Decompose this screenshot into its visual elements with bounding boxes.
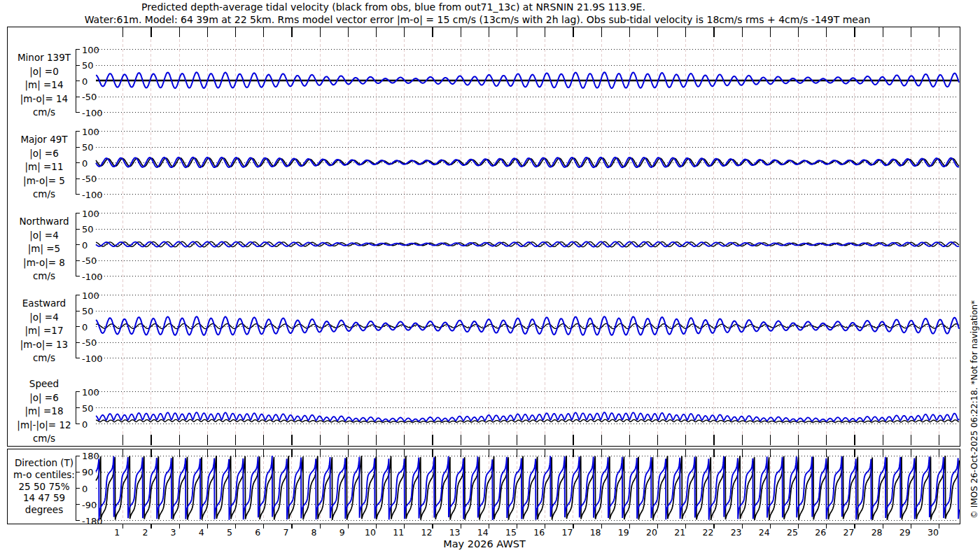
- y-tick-label: 0: [82, 419, 88, 429]
- day-label: 23: [727, 527, 746, 538]
- h-gridline: [96, 342, 958, 343]
- panel-label-east: |m| =17: [3, 325, 85, 336]
- x-tick-bottom: [629, 435, 630, 445]
- x-tick-top: [235, 27, 236, 37]
- day-label: 12: [416, 527, 436, 538]
- x-tick-top: [320, 27, 321, 37]
- x-tick-bottom: [404, 435, 405, 445]
- h-gridline: [96, 488, 958, 489]
- x-tick-top: [545, 27, 545, 37]
- x-tick-top: [685, 27, 686, 37]
- velocity-panels-box: [7, 27, 960, 447]
- y-tick: [76, 49, 80, 50]
- day-label: 15: [501, 527, 521, 538]
- day-label: 6: [248, 527, 267, 538]
- panel-label-north: |o| =4: [3, 230, 85, 241]
- panel-label-minor: |m| =14: [3, 79, 85, 90]
- day-label: 5: [220, 527, 239, 538]
- x-tick-top: [713, 27, 714, 37]
- x-tick-top: [854, 27, 855, 37]
- day-gridline: [461, 29, 461, 443]
- y-tick-label: -50: [82, 92, 97, 102]
- panel-label-east: |m-o|= 13: [3, 339, 85, 350]
- x-tick-top: [263, 27, 264, 37]
- x-tick-bottom: [545, 435, 545, 445]
- h-gridline: [96, 131, 958, 132]
- day-gridline: [263, 29, 264, 443]
- y-tick: [76, 311, 80, 312]
- y-tick: [76, 112, 80, 113]
- day-gridline: [573, 451, 573, 521]
- day-label: 28: [867, 527, 887, 538]
- y-tick-label: -90: [82, 499, 97, 510]
- day-gridline: [939, 29, 939, 443]
- day-label: 27: [839, 527, 858, 538]
- day-gridline: [376, 451, 377, 521]
- x-tick-top: [432, 27, 433, 37]
- x-tick-bottom: [348, 435, 349, 445]
- day-label: 13: [445, 527, 465, 538]
- x-tick-top: [657, 27, 658, 37]
- y-tick-label: 0: [82, 239, 88, 250]
- panel-label-speed: |o| =6: [3, 392, 85, 403]
- day-gridline: [629, 29, 630, 443]
- day-label: 9: [332, 527, 352, 538]
- day-gridline: [235, 451, 236, 521]
- x-tick-bottom: [939, 435, 939, 445]
- panel-label-minor: cm/s: [3, 106, 85, 118]
- x-tick-bottom: [911, 435, 911, 445]
- panel-label-north: Northward: [3, 216, 85, 227]
- day-gridline: [742, 451, 743, 521]
- day-gridline: [461, 451, 461, 521]
- x-tick-top: [911, 27, 911, 37]
- day-gridline: [489, 451, 489, 521]
- y-tick: [76, 520, 80, 521]
- day-gridline: [263, 451, 264, 521]
- day-label: 10: [360, 527, 380, 538]
- y-tick: [76, 456, 80, 456]
- h-gridline: [96, 391, 958, 392]
- day-gridline: [883, 451, 883, 521]
- y-tick-label: 0: [82, 158, 88, 168]
- h-gridline: [96, 358, 958, 358]
- y-tick: [76, 178, 80, 179]
- x-tick-top: [573, 27, 573, 37]
- day-label: 3: [164, 527, 183, 538]
- y-tick: [76, 260, 80, 261]
- day-gridline: [291, 29, 292, 443]
- y-tick-label: -50: [82, 337, 97, 348]
- x-tick-bottom: [517, 435, 517, 445]
- day-gridline: [854, 451, 855, 521]
- h-gridline: [96, 326, 958, 327]
- imos-watermark: © IMOS 26-Oct-2025 06:22:18. *Not for na…: [969, 300, 979, 519]
- x-tick-bottom: [376, 435, 377, 445]
- y-tick: [76, 295, 80, 295]
- x-tick-bottom: [657, 435, 658, 445]
- y-tick: [76, 488, 80, 489]
- h-gridline: [96, 80, 958, 81]
- day-gridline: [432, 29, 433, 443]
- day-label: 7: [276, 527, 295, 538]
- y-tick: [76, 97, 80, 97]
- direction-panel-box: [7, 449, 960, 524]
- h-gridline: [96, 520, 958, 521]
- x-tick-bottom: [685, 435, 686, 445]
- y-tick: [76, 504, 80, 505]
- y-tick: [76, 229, 80, 230]
- panel-label-east: Eastward: [3, 298, 85, 309]
- day-gridline: [685, 451, 686, 521]
- day-label: 11: [388, 527, 408, 538]
- panel-label-minor: Minor 139T: [3, 52, 85, 63]
- y-tick-label: 50: [82, 60, 94, 71]
- y-tick: [76, 391, 80, 392]
- h-gridline: [96, 97, 958, 97]
- day-gridline: [601, 29, 602, 443]
- day-gridline: [348, 29, 349, 443]
- day-label: 8: [304, 527, 324, 538]
- day-label: 29: [895, 527, 915, 538]
- h-gridline: [96, 229, 958, 230]
- x-tick-bottom: [489, 435, 489, 445]
- x-axis-label: May 2026 AWST: [443, 538, 526, 550]
- day-gridline: [911, 451, 911, 521]
- day-gridline: [320, 29, 321, 443]
